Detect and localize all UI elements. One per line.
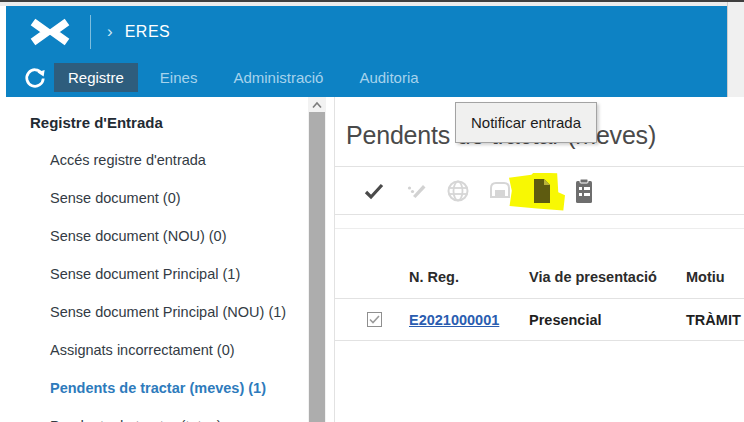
refresh-icon[interactable] [22,65,48,91]
sidebar: Registre d'Entrada Accés registre d'entr… [0,97,308,422]
globe-icon [445,176,471,206]
tab-administracio[interactable]: Administració [219,63,337,92]
sidebar-item-sense-doc-principal[interactable]: Sense document Principal (1) [0,255,308,293]
edit-icon [403,176,429,206]
app-window: › ERES Registre Eines Administració Audi… [0,0,744,422]
breadcrumb: › ERES [107,22,170,42]
sidebar-item-assignats-incorrectament[interactable]: Assignats incorrectament (0) [0,331,308,369]
register-number-link[interactable]: E2021000001 [409,312,529,328]
main-panel: Pendents de tractar (meves) [334,97,744,422]
col-header-nreg: N. Reg. [409,269,529,285]
window-right-margin [727,2,744,97]
archive-icon [487,176,513,206]
table-row: E2021000001 Presencial TRÀMIT [335,299,744,341]
table-header-row: N. Reg. Via de presentació Motiu [335,229,744,299]
scrollbar-thumb[interactable] [309,112,325,422]
breadcrumb-chevron-icon: › [107,22,113,42]
row-checkbox[interactable] [367,312,382,327]
tooltip-notificar-entrada: Notificar entrada [455,102,597,143]
tab-auditoria[interactable]: Auditoria [345,63,432,92]
tab-eines[interactable]: Eines [146,63,212,92]
nav-tabs: Registre Eines Administració Auditoria [54,63,441,92]
row-select-cell [363,312,409,327]
sidebar-item-sense-doc-principal-nou[interactable]: Sense document Principal (NOU) (1) [0,293,308,331]
sidebar-item-pendents-meves[interactable]: Pendents de tractar (meves) (1) [0,369,308,407]
topbar-divider [90,15,91,49]
tab-registre[interactable]: Registre [54,63,138,92]
content-area: Registre d'Entrada Accés registre d'entr… [0,97,744,422]
motiu-cell: TRÀMIT [686,312,744,328]
sidebar-item-pendents-totes[interactable]: Pendents de tractar (totes) [0,407,308,422]
via-cell: Presencial [529,312,686,328]
col-header-via: Via de presentació [529,269,686,285]
sidebar-item-acces-registre[interactable]: Accés registre d'entrada [0,141,308,179]
clipboard-icon[interactable] [571,176,597,206]
nav-bar: Registre Eines Administració Auditoria [6,58,727,97]
sidebar-list: Registre d'Entrada Accés registre d'entr… [0,97,308,422]
app-title: ERES [125,23,171,41]
brand-logo-icon [28,18,72,46]
toolbar [335,167,744,215]
notify-document-icon[interactable] [529,176,555,206]
top-bar: › ERES [6,6,727,58]
check-icon[interactable] [361,176,387,206]
scroll-up-icon[interactable] [308,97,326,112]
sidebar-section-registre-entrada: Registre d'Entrada [0,103,308,141]
sidebar-item-sense-document-nou[interactable]: Sense document (NOU) (0) [0,217,308,255]
sidebar-scrollbar[interactable] [308,97,326,422]
sidebar-item-sense-document[interactable]: Sense document (0) [0,179,308,217]
col-header-motiu: Motiu [686,269,744,285]
